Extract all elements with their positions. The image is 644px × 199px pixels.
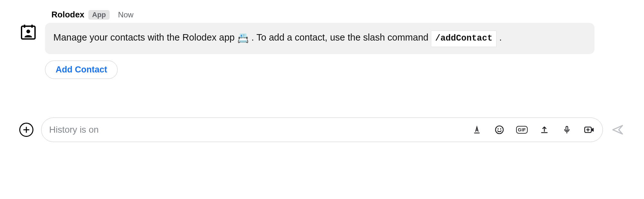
message-header: Rolodex App Now <box>45 10 595 20</box>
svg-point-6 <box>500 128 501 130</box>
rolodex-emoji-icon: 📇 <box>237 33 249 43</box>
svg-point-4 <box>496 126 503 134</box>
sender-name: Rolodex <box>51 10 85 20</box>
svg-rect-7 <box>566 127 568 131</box>
svg-rect-2 <box>31 25 33 28</box>
add-contact-button[interactable]: Add Contact <box>45 61 118 79</box>
microphone-icon[interactable] <box>561 124 572 135</box>
svg-point-5 <box>497 128 499 130</box>
message-bubble: Manage your contacts with the Rolodex ap… <box>45 23 595 54</box>
app-avatar <box>19 23 37 41</box>
upload-icon[interactable] <box>539 124 550 135</box>
add-attachment-button[interactable] <box>19 123 33 137</box>
message-text-2: . To add a contact, use the slash comman… <box>251 32 431 43</box>
format-text-icon[interactable] <box>471 124 482 135</box>
app-badge: App <box>88 10 110 20</box>
svg-point-3 <box>26 30 30 33</box>
video-upload-icon[interactable] <box>584 124 595 135</box>
message-text-3: . <box>499 32 502 43</box>
message-text-1: Manage your contacts with the Rolodex ap… <box>53 32 237 43</box>
gif-icon[interactable]: GIF <box>516 124 527 135</box>
send-button[interactable] <box>611 123 625 137</box>
message-composer: GIF <box>41 118 603 142</box>
emoji-icon[interactable] <box>494 124 505 135</box>
message-input[interactable] <box>49 125 469 135</box>
slash-command-code: /addContact <box>431 31 496 47</box>
svg-rect-1 <box>24 25 25 28</box>
message-timestamp: Now <box>118 10 133 19</box>
